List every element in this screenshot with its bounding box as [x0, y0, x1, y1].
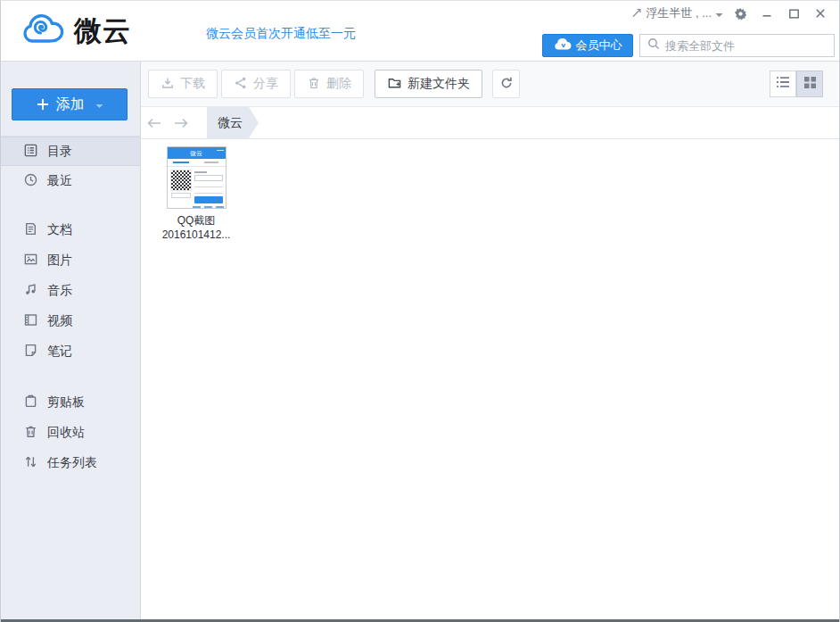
sidebar-item-label: 文档 [47, 222, 72, 238]
task-list-icon [23, 454, 38, 472]
delete-label: 删除 [326, 76, 351, 92]
refresh-button[interactable] [492, 70, 520, 98]
download-button[interactable]: 下载 [148, 70, 218, 98]
cloud-v-icon: v [554, 38, 572, 54]
file-item[interactable]: 微云 QQ截图 2016101412... [153, 146, 239, 242]
grid-view-button[interactable] [796, 70, 823, 97]
share-icon [234, 76, 248, 93]
sidebar-item-label: 剪贴板 [47, 394, 85, 411]
sidebar-item-task-list[interactable]: 任务列表 [1, 448, 140, 478]
sidebar-item-videos[interactable]: 视频 [1, 306, 140, 336]
thumb-login-titlebar: 微云 [168, 147, 226, 159]
delete-button[interactable]: 删除 [294, 70, 364, 98]
download-label: 下载 [180, 76, 205, 92]
sidebar-item-label: 目录 [47, 144, 72, 160]
promo-banner-link[interactable]: 微云会员首次开通低至一元 [206, 26, 356, 42]
thumb-qr-code [171, 170, 191, 190]
view-toggle [770, 70, 823, 97]
thumb-account-select [194, 175, 223, 181]
thumb-login-button [194, 196, 223, 203]
weiyun-cloud-logo-icon [21, 12, 67, 51]
pen-badge-icon [631, 7, 642, 21]
new-folder-label: 新建文件夹 [408, 76, 470, 92]
list-view-button[interactable] [770, 70, 796, 97]
new-folder-icon [387, 76, 402, 93]
thumb-input-field [194, 183, 223, 187]
thumb-input-field [194, 189, 223, 194]
settings-gear-icon[interactable] [730, 5, 750, 21]
share-label: 分享 [253, 76, 278, 92]
sidebar-item-recycle-bin[interactable]: 回收站 [1, 418, 140, 448]
sidebar-group-categories: 文档 图片 音乐 视频 [1, 215, 140, 367]
app-logo: 微云 [21, 12, 131, 51]
image-icon [23, 252, 38, 270]
trash-icon [23, 424, 38, 442]
sidebar-item-label: 音乐 [47, 283, 72, 299]
sidebar-item-music[interactable]: 音乐 [1, 276, 140, 306]
sidebar-item-clipboard[interactable]: 剪贴板 [1, 387, 140, 418]
member-center-label: 会员中心 [576, 37, 622, 54]
app-header: 微云 微云会员首次开通低至一元 浮生半世 , ... [1, 1, 839, 62]
back-button[interactable] [141, 107, 168, 138]
file-name-line2: 2016101412... [153, 228, 239, 242]
file-name-line1: QQ截图 [153, 213, 239, 228]
add-button-label: 添加 [56, 95, 85, 114]
app-logo-text: 微云 [74, 12, 131, 50]
thumb-login-tabs [168, 159, 226, 167]
clipboard-icon [23, 394, 38, 411]
thumb-footer-links [193, 206, 225, 208]
sidebar-item-directory[interactable]: 目录 [1, 137, 140, 166]
toolbar: 下载 分享 删除 新建文件夹 [141, 62, 839, 107]
sidebar-item-label: 视频 [47, 313, 72, 329]
caret-down-icon [95, 96, 103, 112]
delete-trash-icon [307, 76, 321, 93]
share-button[interactable]: 分享 [221, 70, 291, 98]
minimize-button[interactable] [757, 5, 777, 21]
breadcrumb-bar: 微云 [141, 107, 839, 139]
main-content: 下载 分享 删除 新建文件夹 [141, 62, 839, 619]
sidebar-group-tools: 剪贴板 回收站 任务列表 [1, 387, 140, 478]
file-name: QQ截图 2016101412... [153, 213, 239, 242]
search-icon [647, 37, 660, 54]
file-thumbnail: 微云 [167, 146, 226, 209]
new-folder-button[interactable]: 新建文件夹 [375, 70, 482, 98]
sidebar-item-label: 笔记 [47, 344, 72, 360]
thumb-qr-caption [171, 193, 191, 198]
grid-view-icon [803, 76, 817, 93]
close-button[interactable] [811, 5, 830, 21]
sidebar-item-recent[interactable]: 最近 [1, 166, 140, 195]
clock-icon [23, 172, 38, 190]
titlebar-controls: 浮生半世 , ... [631, 5, 830, 21]
maximize-button[interactable] [784, 5, 803, 21]
breadcrumb-root[interactable]: 微云 [207, 107, 259, 138]
refresh-icon [499, 76, 514, 93]
sidebar-item-notes[interactable]: 笔记 [1, 336, 140, 367]
note-icon [23, 343, 38, 361]
video-icon [23, 312, 38, 330]
weiyun-window: 微云 微云会员首次开通低至一元 浮生半世 , ... [0, 0, 840, 622]
directory-icon [23, 143, 38, 161]
svg-text:v: v [561, 40, 565, 48]
sidebar-group-main: 目录 最近 [1, 137, 140, 195]
sidebar-item-documents[interactable]: 文档 [1, 215, 140, 245]
sidebar-item-pictures[interactable]: 图片 [1, 245, 140, 276]
sidebar-item-label: 任务列表 [47, 455, 97, 471]
thumb-form-label [194, 171, 207, 173]
list-view-icon [776, 76, 790, 92]
file-grid: 微云 QQ截图 2016101412... [141, 139, 839, 619]
user-account-menu[interactable]: 浮生半世 , ... [631, 5, 723, 21]
download-icon [161, 76, 175, 93]
forward-button[interactable] [168, 107, 194, 138]
sidebar-item-label: 回收站 [47, 425, 85, 441]
search-input[interactable] [665, 39, 827, 53]
sidebar: 添加 目录 最近 [1, 62, 141, 620]
sidebar-item-label: 图片 [47, 253, 72, 269]
add-button[interactable]: 添加 [12, 88, 128, 120]
sidebar-item-label: 最近 [47, 173, 72, 189]
global-search-box[interactable] [639, 34, 835, 57]
music-icon [23, 282, 38, 300]
username-text: 浮生半世 , ... [646, 5, 712, 21]
caret-down-icon [715, 7, 723, 21]
document-icon [23, 221, 38, 239]
member-center-button[interactable]: v 会员中心 [542, 34, 633, 57]
